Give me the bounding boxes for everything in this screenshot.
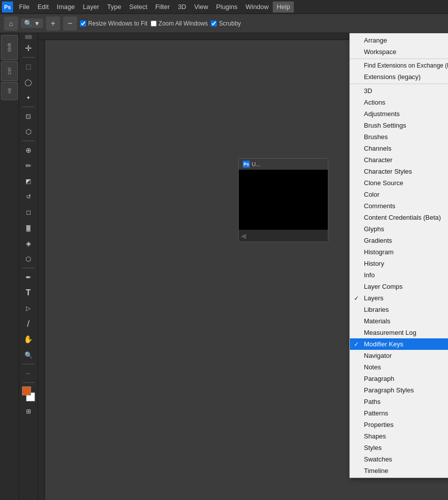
menu-image[interactable]: Image: [53, 2, 79, 13]
shift-key[interactable]: Shift: [1, 35, 18, 60]
dodge-tool[interactable]: ⬡: [21, 251, 36, 266]
crop-tool[interactable]: ⊡: [21, 109, 36, 124]
more-tools-button[interactable]: ···: [21, 366, 36, 381]
move-tool[interactable]: ✛: [21, 41, 36, 56]
path-selection-tool[interactable]: ▷: [21, 301, 36, 316]
zoom-out-button[interactable]: −: [63, 17, 77, 31]
resize-windows-checkbox[interactable]: Resize Windows to Fit: [80, 20, 148, 27]
menu-item-clone-source[interactable]: Clone Source: [350, 177, 448, 189]
menu-item-extensions-legacy[interactable]: Extensions (legacy): [350, 71, 448, 83]
scrubby-input[interactable]: [211, 21, 217, 27]
zoom-tool[interactable]: 🔍: [21, 347, 36, 362]
menu-item-paragraph[interactable]: Paragraph: [350, 373, 448, 384]
menu-item-materials[interactable]: Materials: [350, 315, 448, 327]
healing-brush-tool[interactable]: ⊕: [21, 143, 36, 158]
menu-item-workspace[interactable]: Workspace: [350, 46, 448, 58]
history-brush-tool[interactable]: ↺: [21, 189, 36, 204]
menu-item-measurement-log[interactable]: Measurement Log: [350, 327, 448, 338]
modifier-keys-panel: Shift Ctrl Alt: [0, 33, 19, 500]
menu-item-libraries[interactable]: Libraries: [350, 304, 448, 315]
menu-item-brushes[interactable]: Brushes: [350, 131, 448, 143]
stamp-tool[interactable]: ◩: [21, 174, 36, 189]
rectangular-marquee-tool[interactable]: ⬚: [21, 59, 36, 74]
hand-tool[interactable]: ✋: [21, 332, 36, 347]
scrubby-label: Scrubby: [219, 20, 241, 27]
eraser-tool[interactable]: ◻: [21, 205, 36, 220]
menu-item-find-extensions[interactable]: Find Extensions on Exchange (lega...: [350, 60, 448, 71]
menu-item-character[interactable]: Character: [350, 154, 448, 166]
menu-edit[interactable]: Edit: [34, 2, 53, 13]
scroll-left-icon[interactable]: ◀: [241, 232, 246, 240]
help-dropdown-menu: Arrange Workspace Find Extensions on Exc…: [349, 33, 448, 478]
menu-item-arrange[interactable]: Arrange: [350, 35, 448, 46]
pen-tool[interactable]: ✒: [21, 270, 36, 285]
menu-item-history[interactable]: History: [350, 258, 448, 269]
type-tool[interactable]: T: [21, 285, 36, 300]
menu-item-comments[interactable]: Comments: [350, 200, 448, 212]
brush-tool[interactable]: ✏: [21, 158, 36, 173]
menu-item-timeline[interactable]: Timeline: [350, 465, 448, 476]
menu-item-layer-comps[interactable]: Layer Comps: [350, 281, 448, 292]
menu-item-shapes[interactable]: Shapes: [350, 430, 448, 442]
menu-type[interactable]: Type: [103, 2, 125, 13]
menu-item-modifier-keys[interactable]: ✓ Modifier Keys: [350, 338, 448, 350]
menu-view[interactable]: View: [190, 2, 212, 13]
menu-3d[interactable]: 3D: [174, 2, 190, 13]
menu-item-glyphs[interactable]: Glyphs: [350, 223, 448, 235]
menu-item-content-credentials[interactable]: Content Credentials (Beta): [350, 212, 448, 223]
float-window-title-bar[interactable]: Ps U...: [239, 159, 328, 170]
float-window-canvas[interactable]: [239, 170, 328, 230]
alt-key[interactable]: Alt: [1, 82, 18, 100]
gradient-tool[interactable]: ▓: [21, 220, 36, 235]
lasso-tool[interactable]: ◯: [21, 75, 36, 90]
menu-window[interactable]: Window: [241, 2, 272, 13]
zoom-all-input[interactable]: [151, 21, 157, 27]
zoom-control[interactable]: 🔍 ▼: [21, 19, 43, 28]
menu-plugins[interactable]: Plugins: [212, 2, 242, 13]
menu-item-3d[interactable]: 3D: [350, 85, 448, 97]
ctrl-key[interactable]: Ctrl: [1, 61, 18, 81]
zoom-in-button[interactable]: +: [46, 17, 60, 31]
toolbox-collapse[interactable]: [25, 35, 32, 39]
menu-item-navigator[interactable]: Navigator: [350, 350, 448, 361]
menu-item-channels[interactable]: Channels: [350, 143, 448, 154]
menu-item-notes[interactable]: Notes: [350, 361, 448, 373]
menu-item-adjustments[interactable]: Adjustments: [350, 108, 448, 120]
menu-item-actions[interactable]: Actions Alt+: [350, 97, 448, 108]
float-window-title-label: U...: [252, 161, 260, 167]
home-button[interactable]: ⌂: [4, 17, 18, 31]
menu-item-paths[interactable]: Paths: [350, 396, 448, 407]
zoom-all-checkbox[interactable]: Zoom All Windows: [151, 20, 208, 27]
menu-item-character-styles[interactable]: Character Styles: [350, 166, 448, 177]
eyedropper-tool[interactable]: ⬡: [21, 124, 36, 139]
menu-item-properties[interactable]: Properties: [350, 419, 448, 430]
menubar: Ps File Edit Image Layer Type Select Fil…: [0, 0, 448, 14]
resize-windows-input[interactable]: [80, 21, 86, 27]
menu-file[interactable]: File: [15, 2, 34, 13]
menu-filter[interactable]: Filter: [151, 2, 174, 13]
menu-help[interactable]: Help: [273, 2, 294, 13]
quick-selection-tool[interactable]: ✦: [21, 90, 36, 105]
menu-layer[interactable]: Layer: [79, 2, 104, 13]
menu-item-color[interactable]: Color: [350, 189, 448, 200]
menu-item-swatches[interactable]: Swatches: [350, 453, 448, 465]
floating-document-window[interactable]: Ps U... ◀: [238, 158, 328, 242]
menu-item-histogram[interactable]: Histogram: [350, 246, 448, 258]
float-window-footer: ◀: [239, 230, 328, 242]
menu-item-paragraph-styles[interactable]: Paragraph Styles: [350, 384, 448, 396]
tool-separator-3: [23, 141, 35, 141]
screen-mode-button[interactable]: ⊞: [21, 404, 36, 419]
menu-item-layers[interactable]: ✓ Layers: [350, 292, 448, 304]
menu-item-gradients[interactable]: Gradients: [350, 235, 448, 246]
blur-tool[interactable]: ◈: [21, 236, 36, 251]
tool-separator-5: [23, 364, 35, 364]
menu-item-styles[interactable]: Styles: [350, 442, 448, 453]
line-tool[interactable]: /: [21, 316, 36, 331]
zoom-all-label: Zoom All Windows: [159, 20, 208, 27]
scrubby-checkbox[interactable]: Scrubby: [211, 20, 241, 27]
menu-item-info[interactable]: Info: [350, 269, 448, 281]
menu-select[interactable]: Select: [125, 2, 151, 13]
foreground-color[interactable]: [22, 386, 31, 395]
menu-item-patterns[interactable]: Patterns: [350, 407, 448, 419]
menu-item-brush-settings[interactable]: Brush Settings: [350, 120, 448, 131]
